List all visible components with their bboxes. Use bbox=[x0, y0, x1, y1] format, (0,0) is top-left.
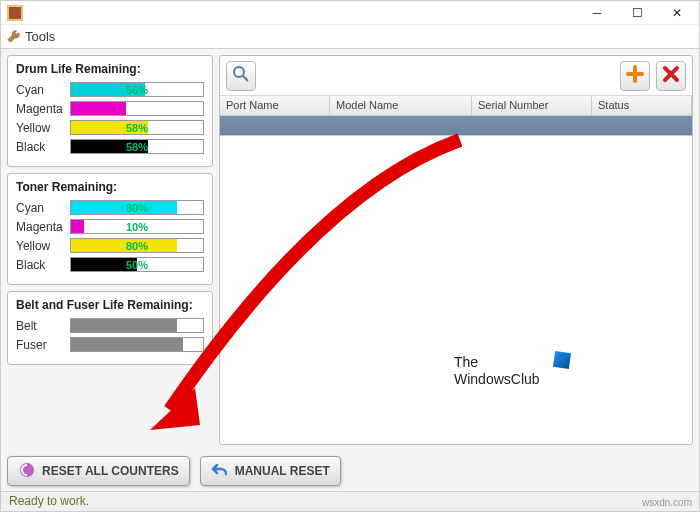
toolbar bbox=[220, 56, 692, 96]
toner-row-cyan: Cyan 80% bbox=[16, 200, 204, 215]
drum-row-black: Black 58% bbox=[16, 139, 204, 154]
drum-row-yellow: Yellow 58% bbox=[16, 120, 204, 135]
drum-row-magenta: Magenta bbox=[16, 101, 204, 116]
delete-button[interactable] bbox=[656, 61, 686, 91]
fuser-row: Fuser bbox=[16, 337, 204, 352]
content-area: Drum Life Remaining: Cyan 56% Magenta Ye… bbox=[1, 49, 699, 451]
drum-row-cyan: Cyan 56% bbox=[16, 82, 204, 97]
sidebar: Drum Life Remaining: Cyan 56% Magenta Ye… bbox=[7, 55, 213, 445]
plus-icon bbox=[626, 65, 644, 86]
toner-row-magenta: Magenta 10% bbox=[16, 219, 204, 234]
progress-bar: 58% bbox=[70, 120, 204, 135]
status-bar: Ready to work. bbox=[1, 491, 699, 511]
progress-bar bbox=[70, 101, 204, 116]
belt-row: Belt bbox=[16, 318, 204, 333]
column-port[interactable]: Port Name bbox=[220, 96, 330, 115]
add-button[interactable] bbox=[620, 61, 650, 91]
column-status[interactable]: Status bbox=[592, 96, 692, 115]
wrench-icon bbox=[7, 30, 21, 44]
column-model[interactable]: Model Name bbox=[330, 96, 472, 115]
toner-row-yellow: Yellow 80% bbox=[16, 238, 204, 253]
belt-panel: Belt and Fuser Life Remaining: Belt Fuse… bbox=[7, 291, 213, 365]
manual-reset-button[interactable]: MANUAL RESET bbox=[200, 456, 341, 486]
progress-bar bbox=[70, 337, 204, 352]
progress-bar bbox=[70, 318, 204, 333]
titlebar: ─ ☐ ✕ bbox=[1, 1, 699, 25]
drum-panel: Drum Life Remaining: Cyan 56% Magenta Ye… bbox=[7, 55, 213, 167]
svg-point-2 bbox=[234, 67, 244, 77]
svg-line-3 bbox=[243, 76, 248, 81]
close-button[interactable]: ✕ bbox=[657, 3, 697, 23]
table-header: Port Name Model Name Serial Number Statu… bbox=[220, 96, 692, 116]
menubar: Tools bbox=[1, 25, 699, 49]
x-icon bbox=[662, 65, 680, 86]
menu-tools[interactable]: Tools bbox=[25, 29, 55, 44]
toner-row-black: Black 50% bbox=[16, 257, 204, 272]
column-serial[interactable]: Serial Number bbox=[472, 96, 592, 115]
watermark-text: The WindowsClub bbox=[454, 354, 540, 388]
search-button[interactable] bbox=[226, 61, 256, 91]
undo-icon bbox=[211, 461, 229, 482]
svg-rect-1 bbox=[9, 7, 21, 19]
progress-bar: 80% bbox=[70, 200, 204, 215]
footer-buttons: RESET ALL COUNTERS MANUAL RESET bbox=[1, 451, 699, 491]
table-row[interactable] bbox=[220, 116, 692, 136]
app-icon bbox=[7, 5, 23, 21]
progress-bar: 58% bbox=[70, 139, 204, 154]
source-watermark: wsxdn.com bbox=[642, 497, 692, 508]
minimize-button[interactable]: ─ bbox=[577, 3, 617, 23]
progress-bar: 10% bbox=[70, 219, 204, 234]
toner-panel-title: Toner Remaining: bbox=[16, 180, 204, 194]
reset-icon bbox=[18, 461, 36, 482]
maximize-button[interactable]: ☐ bbox=[617, 3, 657, 23]
watermark-logo-icon bbox=[553, 351, 571, 369]
belt-panel-title: Belt and Fuser Life Remaining: bbox=[16, 298, 204, 312]
search-icon bbox=[232, 65, 250, 86]
app-window: ─ ☐ ✕ Tools Drum Life Remaining: Cyan 56… bbox=[0, 0, 700, 512]
reset-all-counters-button[interactable]: RESET ALL COUNTERS bbox=[7, 456, 190, 486]
drum-panel-title: Drum Life Remaining: bbox=[16, 62, 204, 76]
toner-panel: Toner Remaining: Cyan 80% Magenta 10% Ye… bbox=[7, 173, 213, 285]
progress-bar: 56% bbox=[70, 82, 204, 97]
progress-bar: 80% bbox=[70, 238, 204, 253]
progress-bar: 50% bbox=[70, 257, 204, 272]
